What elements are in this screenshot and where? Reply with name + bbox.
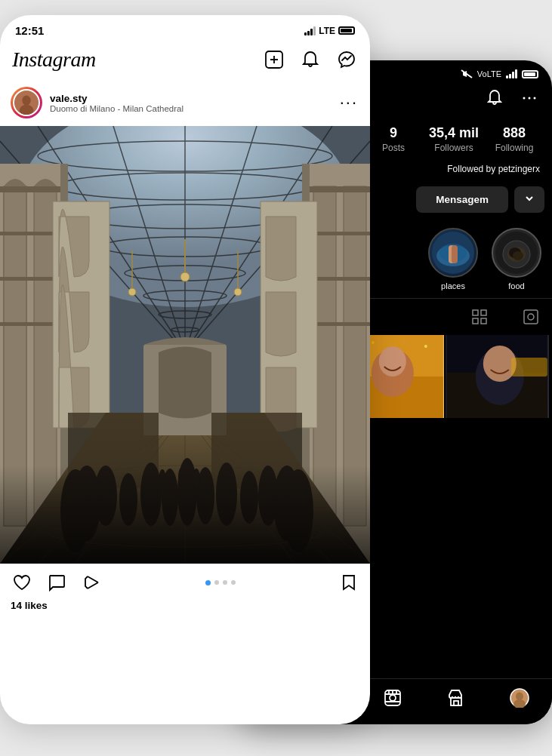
phone-front: 12:51 LTE Instagram: [0, 15, 370, 724]
volte-label: VoLTE: [477, 69, 501, 78]
followers-label: Followers: [424, 143, 484, 153]
dot-4: [231, 580, 236, 585]
signal-bars: [304, 26, 316, 35]
svg-rect-128: [451, 698, 461, 705]
following-stat[interactable]: 888 Following: [484, 125, 544, 153]
svg-point-72: [180, 272, 190, 281]
svg-rect-99: [524, 310, 538, 324]
reels-nav-button[interactable]: [382, 687, 403, 708]
posts-stat[interactable]: 9 Posts: [363, 125, 424, 153]
new-post-button[interactable]: [263, 48, 285, 71]
svg-rect-98: [481, 318, 486, 324]
tag-tab[interactable]: [520, 306, 541, 327]
svg-rect-96: [481, 310, 486, 315]
dot-2: [214, 580, 219, 585]
dark-signal-bars: [506, 69, 517, 78]
carousel-indicator: [205, 580, 236, 585]
highlight-places-circle: [428, 228, 478, 278]
avatar: [13, 89, 40, 116]
highlight-food[interactable]: food: [492, 228, 541, 290]
lte-label: LTE: [319, 26, 335, 36]
notifications-button[interactable]: [299, 48, 322, 71]
svg-rect-30: [0, 277, 60, 281]
signal-indicators: LTE: [304, 26, 355, 36]
dark-battery-icon: [522, 70, 538, 78]
save-button[interactable]: [338, 572, 359, 593]
followers-stat[interactable]: 35,4 mil Followers: [424, 125, 484, 153]
comment-button[interactable]: [45, 571, 68, 594]
svg-line-80: [88, 582, 98, 589]
instagram-logo: Instagram: [12, 48, 96, 72]
svg-rect-39: [310, 322, 370, 326]
svg-point-100: [528, 314, 534, 320]
svg-rect-118: [511, 358, 547, 376]
svg-rect-29: [0, 232, 60, 235]
svg-line-79: [88, 576, 98, 582]
svg-rect-78: [0, 466, 370, 564]
svg-point-94: [513, 251, 523, 260]
profile-nav-button[interactable]: [508, 687, 531, 709]
posts-count: 9: [363, 125, 424, 141]
notifications-dark-button[interactable]: [484, 88, 505, 109]
svg-point-84: [534, 97, 536, 100]
battery-icon: [338, 26, 355, 35]
time-display: 12:51: [15, 24, 44, 37]
svg-point-83: [529, 97, 531, 100]
post-likes: 14 likes: [0, 598, 370, 617]
post-username: vale.sty: [50, 93, 183, 104]
mute-icon: [461, 69, 473, 78]
svg-rect-38: [310, 277, 370, 281]
svg-point-113: [371, 341, 374, 344]
svg-point-76: [234, 288, 242, 296]
dot-1: [205, 580, 211, 585]
svg-rect-37: [310, 232, 370, 235]
svg-rect-129: [454, 701, 458, 705]
svg-point-82: [523, 97, 526, 100]
svg-point-4: [22, 96, 30, 106]
post-header: vale.sty Duomo di Milano - Milan Cathedr…: [0, 79, 370, 126]
followed-by-text: Followed by petzingerx: [447, 164, 540, 174]
grid-tab[interactable]: [469, 306, 490, 327]
avatar-ring: [11, 87, 42, 118]
instagram-header: Instagram: [0, 41, 370, 79]
highlight-food-label: food: [508, 281, 524, 290]
like-button[interactable]: [11, 571, 33, 594]
svg-point-110: [378, 346, 406, 376]
post-actions: [0, 564, 370, 598]
svg-point-122: [390, 695, 396, 701]
messenger-button[interactable]: [335, 48, 358, 71]
posts-label: Posts: [363, 143, 424, 153]
grid-photo-3[interactable]: [446, 335, 549, 418]
shop-nav-button[interactable]: [446, 687, 467, 708]
highlight-food-circle: [492, 228, 541, 278]
dot-3: [223, 580, 227, 585]
highlight-places-label: places: [441, 281, 465, 290]
status-bar-front: 12:51 LTE: [0, 15, 370, 41]
profile-topbar-icons: [484, 88, 540, 109]
post-actions-left: [11, 571, 103, 594]
svg-rect-31: [0, 322, 60, 326]
share-button[interactable]: [80, 571, 103, 594]
post-location: Duomo di Milano - Milan Cathedral: [50, 104, 183, 113]
post-image: [0, 126, 370, 564]
following-label: Following: [484, 143, 544, 153]
post-user-details: vale.sty Duomo di Milano - Milan Cathedr…: [50, 93, 183, 113]
post-user-info[interactable]: vale.sty Duomo di Milano - Milan Cathedr…: [11, 87, 183, 118]
svg-point-131: [516, 693, 523, 701]
more-dark-button[interactable]: [519, 88, 540, 109]
header-icons: [263, 48, 358, 71]
svg-rect-97: [473, 318, 478, 324]
highlight-places[interactable]: places: [428, 228, 478, 290]
post-more-button[interactable]: ···: [338, 93, 359, 112]
following-count: 888: [484, 125, 544, 141]
svg-rect-28: [0, 186, 60, 192]
svg-rect-95: [473, 310, 478, 315]
mensagem-button[interactable]: Mensagem: [416, 186, 508, 213]
svg-rect-89: [452, 245, 458, 263]
svg-rect-36: [310, 186, 370, 192]
svg-point-112: [424, 345, 427, 348]
svg-point-74: [128, 288, 136, 296]
followers-count: 35,4 mil: [424, 125, 484, 141]
chevron-button[interactable]: [514, 186, 544, 213]
